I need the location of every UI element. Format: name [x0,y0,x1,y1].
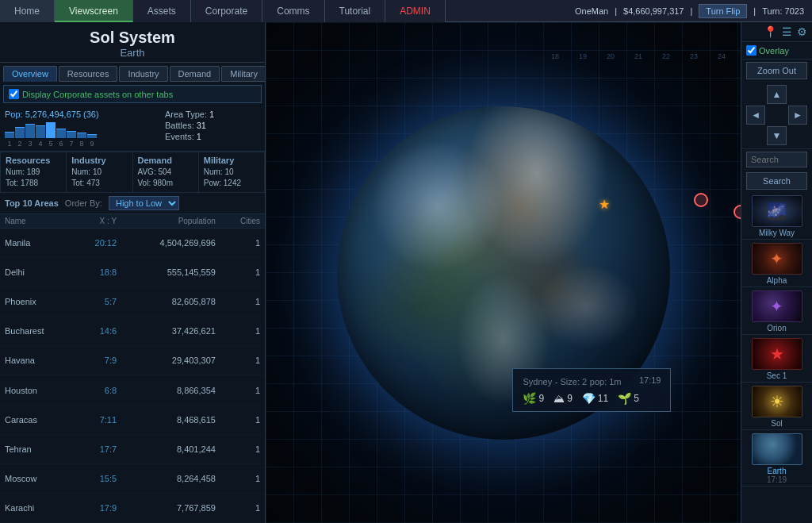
table-row[interactable]: Delhi 18:8 555,145,559 1 [0,258,265,287]
tooltip-pop-label: pop: [590,377,609,386]
sub-tab-resources[interactable]: Resources [59,66,118,82]
table-row[interactable]: Caracas 7:11 8,468,615 1 [0,405,265,434]
nav-left-button[interactable]: ◄ [746,106,765,125]
bar-chart [5,122,159,138]
circle-marker-2[interactable] [733,205,741,221]
cell-name: Tehran [0,434,74,463]
nav-up-button[interactable]: ▲ [767,85,786,104]
order-label: Order By: [65,198,102,208]
cell-population: 37,426,621 [121,317,220,346]
area-type-row: Area Type: 1 [165,110,260,119]
orion-thumb: ✦ [752,290,802,322]
demand-cell: Demand AVG: 504Vol: 980m [133,152,199,193]
tab-viewscreen[interactable]: Viewscreen [55,0,133,22]
list-icon[interactable]: ☰ [782,25,792,38]
cell-coord[interactable]: 18:8 [74,258,121,287]
tab-tutorial[interactable]: Tutorial [325,0,386,22]
tab-corporate[interactable]: Corporate [191,0,262,22]
cell-coord[interactable]: 6:8 [74,375,121,405]
tab-admin[interactable]: ADMIN [385,0,446,22]
sub-tab-overview[interactable]: Overview [3,66,57,82]
right-toolbar: 📍 ☰ ⚙ [741,22,812,42]
stats-bar: Pop: 5,276,494,675 (36) 1 2 3 [0,106,265,152]
grid-num-19: 19 [579,52,587,60]
bar-7 [67,131,76,138]
tooltip-city: Sydney [523,377,552,386]
overlay-label: Overlay [759,46,789,56]
circle-marker-1[interactable] [694,193,710,209]
cell-population: 8,866,354 [121,375,220,405]
overlay-toggle[interactable]: Overlay [741,42,812,60]
cell-coord[interactable]: 5:7 [74,287,121,317]
table-row[interactable]: Manila 20:12 4,504,269,696 1 [0,229,265,258]
galaxy-earth[interactable]: Earth 17:19 [741,430,812,486]
map-tooltip: Sydney - Size: 2 pop: 1m 17:19 🌿 9 ⛰ 9 💎 [512,368,671,412]
areas-tbody: Manila 20:12 4,504,269,696 1 Delhi 18:8 … [0,229,265,523]
galaxy-alpha[interactable]: ✦ Alpha [741,240,812,287]
galaxy-sec1[interactable]: ★ Sec 1 [741,335,812,383]
cell-coord[interactable]: 15:5 [74,463,121,493]
orion-name: Orion [767,324,786,333]
res-icon-4: 🌱 [618,392,631,405]
sub-tab-military[interactable]: Military [221,66,266,82]
table-row[interactable]: Houston 6:8 8,866,354 1 [0,375,265,405]
cell-name: Moscow [0,463,74,493]
star-marker-1[interactable]: ★ [599,197,615,213]
turn-flip-button[interactable]: Turn Flip [699,4,747,18]
sub-tab-industry[interactable]: Industry [119,66,167,82]
planet-header: Sol System Earth [0,22,265,63]
corporate-checkbox-bar[interactable]: Display Corporate assets on other tabs [3,85,262,103]
cell-population: 8,264,458 [121,463,220,493]
res-item-1: 🌿 9 [523,392,544,405]
tab-assets[interactable]: Assets [133,0,191,22]
pipe-sep3: | [753,6,756,16]
cell-coord[interactable]: 14:6 [74,317,121,346]
cell-population: 555,145,559 [121,258,220,287]
map-area[interactable]: 18 19 20 21 22 23 24 ★ ★ ★ ← Sydney [266,22,741,523]
overlay-checkbox[interactable] [746,45,756,56]
tooltip-size-label: - Size: [555,377,582,386]
table-row[interactable]: Phoenix 5:7 82,605,878 1 [0,287,265,317]
galaxy-milkyway[interactable]: 🌌 Milky Way [741,192,812,240]
top-navigation: Home Viewscreen Assets Corporate Comms T… [0,0,812,22]
nav-right-button[interactable]: ► [788,106,807,125]
grid-num-18: 18 [551,52,559,60]
search-input[interactable] [746,152,807,167]
stats-right: Area Type: 1 Battles: 31 Events: 1 [165,110,260,148]
cell-cities: 1 [220,463,265,493]
table-row[interactable]: Havana 7:9 29,403,307 1 [0,346,265,375]
tooltip-pop: 1m [609,377,621,386]
cell-coord[interactable]: 7:9 [74,346,121,375]
tab-comms[interactable]: Comms [262,0,324,22]
zoom-out-button[interactable]: Zoom Out [746,62,807,79]
bar-1 [5,132,14,138]
cell-coord[interactable]: 7:11 [74,405,121,434]
tab-home[interactable]: Home [0,0,55,22]
cell-coord[interactable]: 20:12 [74,229,121,258]
cell-name: Houston [0,375,74,405]
galaxy-sol[interactable]: ☀ Sol [741,383,812,430]
battles-row: Battles: 31 [165,121,260,130]
sec1-name: Sec 1 [767,371,787,380]
sub-tab-demand[interactable]: Demand [170,66,220,82]
grid-num-21: 21 [634,52,642,60]
tooltip-title: Sydney - Size: 2 pop: 1m 17:19 [523,375,661,387]
cell-coord[interactable]: 17:9 [74,493,121,522]
gear-icon[interactable]: ⚙ [797,25,807,38]
location-icon[interactable]: 📍 [764,25,777,38]
galaxy-orion[interactable]: ✦ Orion [741,287,812,335]
res-icon-2: ⛰ [553,392,565,405]
main-layout: Sol System Earth Overview Resources Indu… [0,22,812,523]
search-button[interactable]: Search [746,172,807,190]
corporate-checkbox[interactable] [9,89,19,99]
cell-name: Caracas [0,405,74,434]
nav-down-button[interactable]: ▼ [767,126,786,145]
res-val-1: 9 [538,393,544,404]
order-select[interactable]: High to Low Low to High [109,196,179,210]
table-row[interactable]: Tehran 17:7 8,401,244 1 [0,434,265,463]
tooltip-resources: 🌿 9 ⛰ 9 💎 11 🌱 5 [523,392,661,405]
table-row[interactable]: Moscow 15:5 8,264,458 1 [0,463,265,493]
cell-coord[interactable]: 17:7 [74,434,121,463]
table-row[interactable]: Bucharest 14:6 37,426,621 1 [0,317,265,346]
table-row[interactable]: Karachi 17:9 7,767,859 1 [0,493,265,522]
